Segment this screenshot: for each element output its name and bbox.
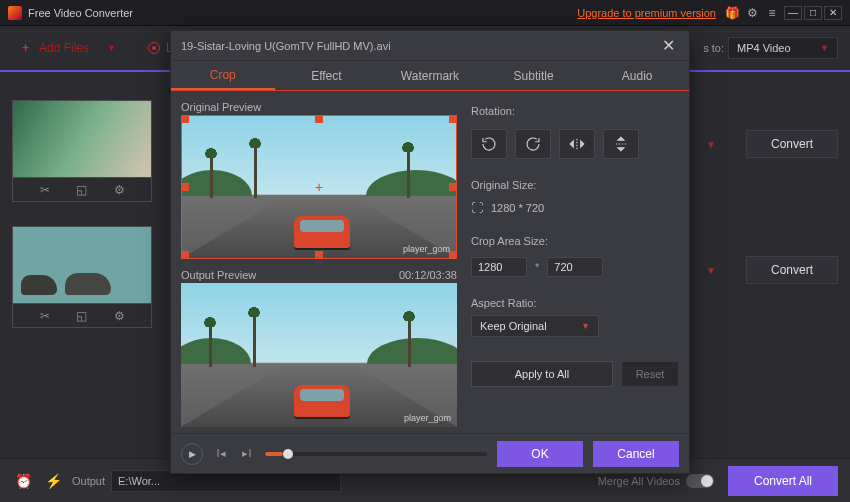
file-tools: ✂ ◱ ⚙ [12, 304, 152, 328]
output-preview-label: Output Preview [181, 269, 256, 281]
merge-label: Merge All Videos [598, 475, 680, 487]
watermark-text: player_gom [404, 413, 451, 423]
crop-handle[interactable] [449, 115, 457, 123]
convert-to-label: s to: [703, 42, 724, 54]
crop-icon[interactable]: ◱ [76, 183, 87, 197]
seek-bar[interactable] [265, 452, 487, 456]
rotate-right-button[interactable] [515, 129, 551, 159]
convert-button[interactable]: Convert [746, 256, 838, 284]
plus-icon: + [22, 41, 29, 55]
aspect-ratio-select[interactable]: Keep Original ▼ [471, 315, 599, 337]
output-format-select[interactable]: MP4 Video ▼ [728, 37, 838, 59]
dialog-header: 19-Sistar-Loving U(GomTV FullHD MV).avi … [171, 31, 689, 61]
crop-center-icon[interactable]: + [313, 181, 325, 193]
rotation-label: Rotation: [471, 105, 679, 117]
flip-horizontal-button[interactable] [559, 129, 595, 159]
file-thumbnail[interactable] [12, 226, 152, 304]
crop-height-input[interactable]: 720 [547, 257, 603, 277]
dialog-file-title: 19-Sistar-Loving U(GomTV FullHD MV).avi [181, 40, 391, 52]
add-files-label: Add Files [39, 41, 89, 55]
dialog-footer: ▶ I◂ ▸I OK Cancel [171, 433, 689, 473]
gpu-accel-icon[interactable]: ⚡ [42, 470, 64, 492]
output-path-value: E:\Wor... [118, 475, 160, 487]
add-files-button[interactable]: + Add Files ▼ [12, 35, 126, 61]
merge-toggle[interactable] [686, 474, 714, 488]
maximize-button[interactable]: □ [804, 6, 822, 20]
disc-icon [148, 42, 160, 54]
apply-to-all-button[interactable]: Apply to All [471, 361, 613, 387]
tab-subtitle[interactable]: Subtitle [482, 61, 586, 90]
file-thumbnail[interactable] [12, 100, 152, 178]
app-logo-icon [8, 6, 22, 20]
tab-crop[interactable]: Crop [171, 61, 275, 90]
rotate-left-button[interactable] [471, 129, 507, 159]
app-title: Free Video Converter [28, 7, 133, 19]
output-label: Output [72, 475, 105, 487]
crop-handle[interactable] [449, 251, 457, 259]
trim-icon[interactable]: ✂ [40, 183, 50, 197]
settings-icon[interactable]: ⚙ [114, 309, 125, 323]
caret-down-icon: ▼ [581, 321, 590, 331]
format-caret-icon[interactable]: ▼ [706, 265, 716, 276]
play-button[interactable]: ▶ [181, 443, 203, 465]
original-preview-label: Original Preview [181, 101, 457, 113]
tab-effect[interactable]: Effect [275, 61, 379, 90]
crop-controls: Rotation: Original Size: ⛶ 1280 * 720 [471, 99, 679, 427]
crop-width-input[interactable]: 1280 [471, 257, 527, 277]
dialog-tabs: Crop Effect Watermark Subtitle Audio [171, 61, 689, 91]
close-window-button[interactable]: ✕ [824, 6, 842, 20]
aspect-ratio-label: Aspect Ratio: [471, 297, 679, 309]
multiply-icon: * [535, 261, 539, 273]
titlebar: Free Video Converter Upgrade to premium … [0, 0, 850, 26]
next-frame-button[interactable]: ▸I [239, 447, 255, 460]
crop-size-label: Crop Area Size: [471, 235, 679, 247]
prev-frame-button[interactable]: I◂ [213, 447, 229, 460]
trim-icon[interactable]: ✂ [40, 309, 50, 323]
crop-icon[interactable]: ◱ [76, 309, 87, 323]
dialog-close-button[interactable]: ✕ [657, 35, 679, 57]
file-tools: ✂ ◱ ⚙ [12, 178, 152, 202]
schedule-icon[interactable]: ⏰ [12, 470, 34, 492]
crop-handle[interactable] [449, 183, 457, 191]
settings-icon[interactable]: ⚙ [114, 183, 125, 197]
settings-icon[interactable]: ⚙ [742, 3, 762, 23]
original-size-value: 1280 * 720 [491, 202, 544, 214]
expand-icon: ⛶ [471, 201, 483, 215]
seek-knob[interactable] [283, 449, 293, 459]
crop-handle[interactable] [181, 183, 189, 191]
watermark-text: player_gom [403, 244, 450, 254]
minimize-button[interactable]: — [784, 6, 802, 20]
ok-button[interactable]: OK [497, 441, 583, 467]
format-caret-icon[interactable]: ▼ [706, 139, 716, 150]
caret-down-icon: ▼ [107, 43, 116, 53]
preview-column: Original Preview + [181, 99, 457, 427]
original-size-label: Original Size: [471, 179, 679, 191]
reset-button[interactable]: Reset [621, 361, 679, 387]
caret-down-icon: ▼ [820, 43, 829, 53]
cancel-button[interactable]: Cancel [593, 441, 679, 467]
flip-vertical-button[interactable] [603, 129, 639, 159]
tab-watermark[interactable]: Watermark [378, 61, 482, 90]
edit-dialog: 19-Sistar-Loving U(GomTV FullHD MV).avi … [170, 30, 690, 474]
original-preview[interactable]: + player_gom [181, 115, 457, 259]
gift-icon[interactable]: 🎁 [722, 3, 742, 23]
output-preview: player_gom [181, 283, 457, 427]
output-format-value: MP4 Video [737, 42, 791, 54]
upgrade-link[interactable]: Upgrade to premium version [577, 7, 716, 19]
crop-handle[interactable] [181, 115, 189, 123]
convert-button[interactable]: Convert [746, 130, 838, 158]
convert-all-button[interactable]: Convert All [728, 466, 838, 496]
aspect-ratio-value: Keep Original [480, 320, 547, 332]
preview-time: 00:12/03:38 [399, 269, 457, 281]
crop-handle[interactable] [181, 251, 189, 259]
tab-audio[interactable]: Audio [585, 61, 689, 90]
crop-handle[interactable] [315, 115, 323, 123]
crop-handle[interactable] [315, 251, 323, 259]
menu-icon[interactable]: ≡ [762, 3, 782, 23]
